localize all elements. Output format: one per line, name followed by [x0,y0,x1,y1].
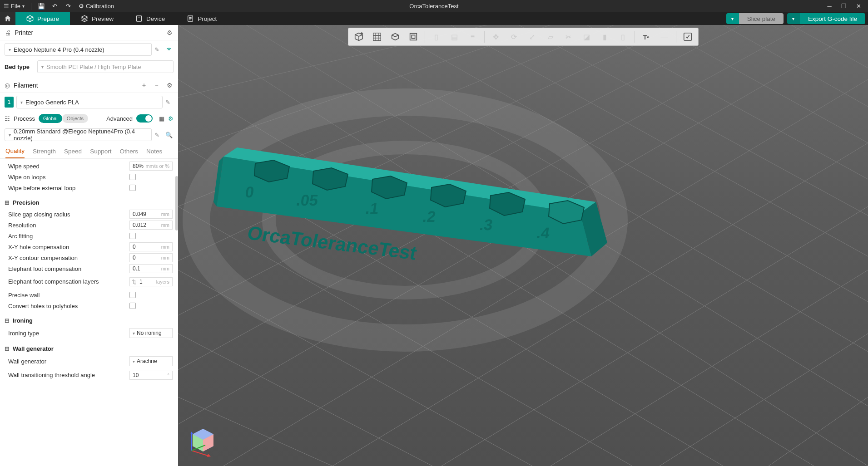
redo-icon[interactable]: ↷ [65,3,72,10]
slice-gap-label: Slice gap closing radius [8,211,129,218]
filament-color-chip[interactable]: 1 [5,97,14,108]
slice-gap-input[interactable]: 0.049mm [129,210,173,219]
tab-device[interactable]: Device [124,12,176,25]
file-menu[interactable]: ☰ File ▾ [4,3,25,10]
search-icon[interactable]: 🔍 [165,132,174,138]
ironing-expand-icon[interactable]: ⊟ [4,317,10,324]
arrange-button[interactable] [387,29,403,44]
rotate-button[interactable]: ⟳ [506,29,522,44]
edit-icon[interactable]: ✎ [154,132,163,138]
bed-type-select[interactable]: ▾ Smooth PEI Plate / High Temp Plate [37,60,174,73]
wipe-on-loops-checkbox[interactable] [129,174,136,180]
calibration-menu[interactable]: ⚙ Calibration [79,3,114,10]
variable-layer-button[interactable]: ▤ [447,29,462,44]
undo-icon[interactable]: ↶ [51,3,59,10]
compare-icon[interactable]: ▦ [159,115,164,122]
tab-strength[interactable]: Strength [33,144,56,158]
ironing-type-select[interactable]: ▾No ironing [129,328,173,338]
tab-notes[interactable]: Notes [146,144,162,158]
tab-quality[interactable]: Quality [5,144,25,158]
slice-plate-button[interactable]: Slice plate [739,13,784,24]
wipe-external-checkbox[interactable] [129,185,136,191]
measure-button[interactable]: — [657,29,672,44]
add-plate-button[interactable] [369,29,385,44]
precise-wall-label: Precise wall [8,292,129,299]
filament-select[interactable]: ▾ Elegoo Generic PLA [16,96,163,108]
calibration-icon: ⚙ [79,3,84,10]
arc-fitting-checkbox[interactable] [129,233,136,239]
xy-hole-label: X-Y hole compensation [8,244,129,250]
resolution-input[interactable]: 0.012mm [129,221,173,230]
settings-icon[interactable]: ⚙ [168,115,174,122]
advanced-toggle[interactable] [136,114,153,123]
printer-select[interactable]: ▾ Elegoo Neptune 4 Pro (0.4 nozzle) [5,43,152,56]
place-on-face-button[interactable]: ▱ [543,29,558,44]
chevron-down-icon: ▾ [41,64,44,69]
navbar: Prepare Preview Device Project ▾ Slice p… [0,12,868,25]
cut-button[interactable]: ✂ [561,29,576,44]
chevron-down-icon: ▾ [22,4,25,9]
precise-wall-checkbox[interactable] [129,292,136,298]
add-filament-button[interactable]: ＋ [140,81,148,89]
wipe-speed-label: Wipe speed [8,163,129,170]
move-button[interactable]: ✥ [488,29,504,44]
ironing-type-label: Ironing type [8,330,129,337]
mesh-boolean-button[interactable]: ◪ [579,29,595,44]
edit-icon[interactable]: ✎ [154,46,163,53]
export-gcode-button[interactable]: Export G-code file [800,13,865,24]
elephant-foot-input[interactable]: 0.1mm [129,264,173,273]
wipe-speed-input[interactable]: 80%mm/s or % [129,162,173,171]
assembly-view-button[interactable] [680,29,695,44]
home-icon [4,15,12,23]
orient-button[interactable] [406,29,421,44]
navigation-cube[interactable] [187,425,219,457]
gear-icon[interactable]: ⚙ [165,29,174,37]
svg-text:.2: .2 [422,208,437,225]
xy-contour-input[interactable]: 0mm [129,253,173,262]
xy-hole-input[interactable]: 0mm [129,242,173,251]
slice-dropdown[interactable]: ▾ [726,13,739,24]
scale-button[interactable]: ⤢ [525,29,540,44]
gear-icon[interactable]: ⚙ [165,81,174,89]
tab-support[interactable]: Support [90,144,111,158]
wipe-on-loops-label: Wipe on loops [8,174,129,181]
wallgen-expand-icon[interactable]: ⊟ [4,345,10,352]
export-dropdown[interactable]: ▾ [787,13,800,24]
tab-others[interactable]: Others [119,144,138,158]
hamburger-icon: ☰ [4,3,9,10]
wifi-icon[interactable] [165,45,174,54]
wall-generator-select[interactable]: ▾Arachne [129,356,173,366]
svg-marker-60 [190,432,193,434]
tab-prepare[interactable]: Prepare [15,12,70,25]
home-button[interactable] [0,12,15,25]
split-button[interactable]: ▯ [429,29,444,44]
convert-holes-checkbox[interactable] [129,303,136,309]
filament-icon: ◎ [5,82,10,89]
save-icon[interactable]: 💾 [38,3,45,10]
text-tool-button[interactable]: Ta [639,29,654,44]
add-cube-button[interactable] [351,29,367,44]
process-profile-select[interactable]: ▾ 0.20mm Standard @Elegoo Neptune4Pro (0… [5,128,152,141]
global-objects-toggle[interactable]: Global Objects [39,114,88,123]
tab-preview[interactable]: Preview [70,12,124,25]
svg-text:.05: .05 [295,191,319,209]
process-header: ☷ Process Global Objects Advanced ▦ ⚙ [0,111,178,126]
precision-expand-icon[interactable]: ⊞ [4,199,10,206]
tab-project[interactable]: Project [176,12,228,25]
close-button[interactable]: ✕ [854,2,863,10]
maximize-button[interactable]: ❐ [840,2,848,10]
height-range-button[interactable]: ≡ [465,29,481,44]
xy-contour-label: X-Y contour compensation [8,255,129,261]
seam-paint-button[interactable]: ▯ [615,29,631,44]
support-paint-button[interactable]: ▮ [597,29,613,44]
tab-speed[interactable]: Speed [64,144,82,158]
wall-trans-input[interactable]: 10° [129,371,173,380]
device-icon [135,15,143,22]
3d-viewport[interactable]: 0 .05 .1 .2 .3 .4 OrcaToleranceTest ▯ ▤ … [178,25,868,466]
elephant-layers-input[interactable]: ⇅1layers [129,277,173,286]
minimize-button[interactable]: ─ [825,2,833,10]
remove-filament-button[interactable]: － [153,81,161,89]
wipe-external-label: Wipe before external loop [8,185,129,191]
elephant-layers-label: Elephant foot compensation layers [8,278,129,285]
edit-icon[interactable]: ✎ [165,99,174,106]
